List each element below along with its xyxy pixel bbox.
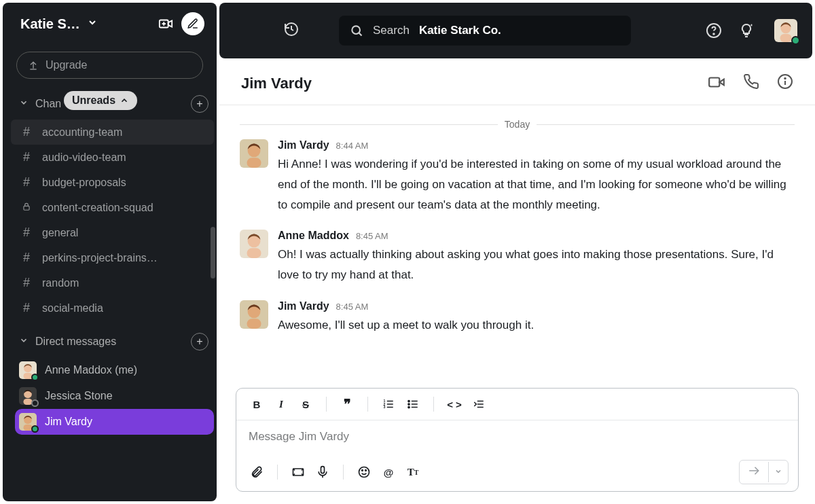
channel-name: audio-video-team <box>42 151 126 164</box>
message-avatar[interactable] <box>240 139 268 168</box>
upgrade-button[interactable]: Upgrade <box>16 52 203 79</box>
message-avatar[interactable] <box>240 230 268 258</box>
channel-item[interactable]: #perkins-project-brains… <box>11 245 214 270</box>
message-avatar[interactable] <box>240 300 268 329</box>
hash-icon: # <box>20 251 33 265</box>
code-button[interactable]: < > <box>443 394 465 414</box>
history-button[interactable] <box>283 21 300 40</box>
svg-point-25 <box>784 78 786 79</box>
channels-header[interactable]: Chan Unreads + <box>19 95 209 113</box>
svg-line-15 <box>359 33 361 35</box>
chevron-down-icon <box>19 336 30 348</box>
mention-button[interactable]: @ <box>378 462 399 482</box>
svg-rect-21 <box>709 78 719 87</box>
channel-item[interactable]: #social-media <box>11 295 214 321</box>
channels-section: Chan Unreads + #accounting-team#audio-vi… <box>3 95 217 321</box>
profile-avatar[interactable] <box>774 19 797 42</box>
mic-button[interactable] <box>312 462 333 482</box>
message-author[interactable]: Jim Vardy <box>278 139 329 151</box>
format-toolbar: B I S ❞ 123 < > <box>236 389 798 420</box>
user-avatar <box>19 361 37 379</box>
presence-dot-online <box>791 36 800 45</box>
channel-name: budget-proposals <box>42 177 126 189</box>
svg-rect-4 <box>24 206 29 210</box>
info-button[interactable] <box>777 73 793 94</box>
text-format-button[interactable]: TT <box>402 462 424 482</box>
emoji-button[interactable] <box>353 462 375 482</box>
search-prefix: Search <box>373 24 410 37</box>
svg-point-54 <box>362 470 363 471</box>
attach-button[interactable] <box>246 462 268 482</box>
message-list: Today Jim Vardy8:44 AMHi Anne! I was won… <box>219 105 815 388</box>
send-options-caret[interactable] <box>768 462 788 482</box>
message-input[interactable]: Message Jim Vardy <box>236 420 798 453</box>
video-call-button[interactable] <box>708 73 725 94</box>
italic-button[interactable]: I <box>270 394 292 414</box>
compose-button[interactable] <box>181 12 204 35</box>
message-time: 8:44 AM <box>336 141 369 151</box>
conversation-title[interactable]: Jim Vardy <box>241 75 312 92</box>
user-avatar <box>19 413 37 431</box>
message-placeholder: Message Jim Vardy <box>249 430 349 443</box>
dm-item[interactable]: Jim Vardy <box>15 409 214 435</box>
hash-icon: # <box>20 175 33 190</box>
upload-icon <box>28 60 39 71</box>
add-dm-button[interactable]: + <box>191 333 209 350</box>
lightbulb-button[interactable] <box>736 22 757 39</box>
message-author[interactable]: Anne Maddox <box>278 230 349 242</box>
channel-item[interactable]: #audio-video-team <box>11 145 214 170</box>
svg-point-46 <box>408 406 410 408</box>
channel-name: perkins-project-brains… <box>42 252 158 264</box>
date-separator: Today <box>240 119 795 130</box>
send-button[interactable] <box>739 460 789 484</box>
channel-item[interactable]: #accounting-team <box>11 120 214 145</box>
svg-rect-31 <box>247 249 261 259</box>
dm-item[interactable]: Jessica Stone <box>15 383 214 409</box>
composer-bottom-toolbar: @ TT <box>236 453 798 491</box>
workspace-switcher[interactable]: Katie S… <box>3 3 217 45</box>
hash-icon: # <box>20 125 33 139</box>
svg-rect-34 <box>247 319 261 329</box>
presence-dot-away <box>31 399 39 407</box>
message-text: Hi Anne! I was wondering if you'd be int… <box>278 154 795 215</box>
phone-call-button[interactable] <box>743 73 759 94</box>
channel-name: general <box>42 227 78 239</box>
dm-header[interactable]: Direct messages + <box>19 333 209 350</box>
help-button[interactable] <box>704 22 724 39</box>
hash-icon: # <box>20 276 33 290</box>
svg-text:3: 3 <box>384 405 386 409</box>
hash-icon: # <box>20 150 33 164</box>
channel-item[interactable]: #budget-proposals <box>11 170 214 195</box>
channel-name: content-creation-squad <box>42 202 153 214</box>
conversation-header: Jim Vardy <box>219 58 815 105</box>
channel-item[interactable]: #random <box>11 270 214 295</box>
svg-point-17 <box>713 33 714 35</box>
code-block-button[interactable] <box>468 394 490 414</box>
message: Jim Vardy8:44 AMHi Anne! I was wondering… <box>240 139 795 215</box>
message-author[interactable]: Jim Vardy <box>278 300 329 312</box>
quote-button[interactable]: ❞ <box>336 394 358 414</box>
clip-button[interactable] <box>287 462 309 482</box>
chevron-up-icon <box>120 96 129 105</box>
upgrade-label: Upgrade <box>46 59 87 71</box>
search-input[interactable]: Search Katie Stark Co. <box>339 16 631 46</box>
add-channel-button[interactable]: + <box>191 95 209 113</box>
svg-rect-20 <box>780 34 792 42</box>
bullet-list-button[interactable] <box>402 394 424 414</box>
message-time: 8:45 AM <box>336 302 369 312</box>
channel-item[interactable]: content-creation-squad <box>11 195 214 220</box>
sidebar-scrollbar[interactable] <box>211 227 215 278</box>
sidebar: Katie S… Upgrade Chan Unreads + #account… <box>3 3 217 501</box>
strike-button[interactable]: S <box>295 394 316 414</box>
channel-item[interactable]: #general <box>11 220 214 245</box>
dm-name: Jim Vardy <box>45 416 92 428</box>
record-video-button[interactable] <box>157 15 175 33</box>
dm-item[interactable]: Anne Maddox (me) <box>15 357 214 383</box>
message-composer: B I S ❞ 123 < > Message Jim Vardy <box>236 388 799 492</box>
top-bar: Search Katie Stark Co. <box>219 3 812 58</box>
bold-button[interactable]: B <box>246 394 268 414</box>
send-icon <box>740 461 768 484</box>
unreads-pill[interactable]: Unreads <box>64 91 137 110</box>
ordered-list-button[interactable]: 123 <box>378 394 399 414</box>
main-panel: Search Katie Stark Co. Jim Vardy Today J… <box>219 0 815 504</box>
